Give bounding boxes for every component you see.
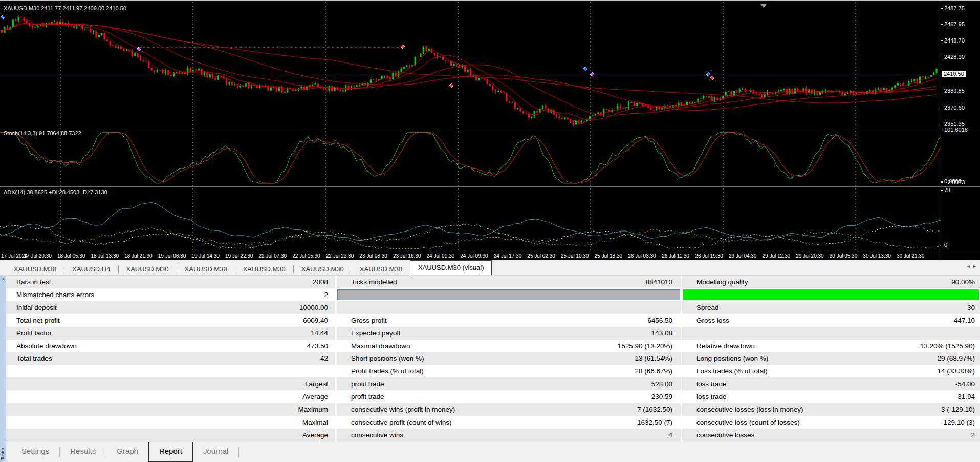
report-value: Maximum [298, 406, 328, 413]
report-row: Mismatched charts errors2 [6, 288, 980, 301]
price-axis-label: 2487.75 [944, 5, 965, 11]
report-value: Largest [305, 380, 328, 388]
time-axis-label: 26 Jul 11:30 [662, 253, 689, 259]
report-value: -31.94 [955, 393, 975, 401]
chart-tab[interactable]: XAUUSD.M30 [352, 264, 410, 275]
report-value: Average [302, 393, 328, 401]
trade-marker-icon[interactable] [137, 47, 141, 51]
report-value: 6009.40 [303, 317, 328, 324]
report-value: 13 (61.54%) [635, 354, 672, 362]
report-row: Total net profit6009.40Gross profit6456.… [6, 314, 980, 327]
report-value: 14 (33.33%) [937, 367, 975, 375]
report-label: Gross loss [696, 317, 729, 324]
price-axis-label: 2448.70 [944, 37, 965, 44]
tester-tab-report[interactable]: Report [148, 442, 193, 462]
report-value: Average [302, 431, 328, 439]
report-label: Bars in test [16, 278, 51, 286]
scroll-to-end-icon[interactable] [760, 4, 767, 8]
chart-tab[interactable]: XAUUSD.M30 [235, 264, 293, 275]
report-row: Total trades42Short positions (won %)13 … [6, 352, 980, 365]
tester-panel-title: Tester [0, 448, 6, 460]
time-axis-label: 29 Jul 04:30 [729, 253, 757, 259]
stochastic-lines [0, 132, 941, 183]
trade-marker-icon[interactable] [1, 15, 5, 19]
time-axis-label: 25 Jul 18:30 [595, 253, 623, 259]
report-label: Relative drawdown [696, 342, 755, 350]
report-label: loss trade [696, 393, 727, 401]
indicator-tick [941, 130, 943, 130]
time-axis-label: 24 Jul 01:30 [427, 253, 455, 259]
panel-separator[interactable] [0, 186, 980, 187]
report-label: Expected payoff [351, 329, 401, 337]
tab-scroll-buttons[interactable]: ◄► [966, 264, 978, 269]
trade-marker-icon[interactable] [401, 45, 405, 49]
report-row: Averageconsecutive wins4consecutive loss… [6, 429, 980, 442]
current-price-label: 2410.50 [942, 71, 966, 77]
report-label: consecutive wins [351, 431, 403, 439]
report-row: Largestprofit trade528.00loss trade-54.0… [6, 377, 980, 390]
report-value: 28 (66.67%) [635, 367, 672, 375]
chart-tab[interactable]: XAUUSD.M30 [177, 264, 235, 275]
trade-marker-icon[interactable] [706, 72, 710, 76]
adx-indicator-label: ADX(14) 38.8625 +DI:28.4503 -DI:7.3130 [4, 189, 107, 195]
tab-scroll-left-icon[interactable]: ◄ [966, 264, 972, 269]
report-value: 13.20% (1525.90) [920, 342, 975, 350]
trade-marker-icon[interactable] [590, 72, 594, 76]
report-label: Spread [696, 304, 719, 311]
time-axis-label: 23 Jul 08:30 [359, 253, 387, 259]
report-value: 2 [324, 291, 328, 299]
report-label: Initial deposit [16, 304, 57, 311]
tester-tab-results[interactable]: Results [60, 442, 106, 462]
time-axis-label: 26 Jul 19:30 [695, 253, 723, 259]
price-axis-label: 2370.60 [944, 104, 965, 111]
report-label: Maximal drawdown [351, 342, 410, 350]
close-icon[interactable]: x [1, 276, 6, 281]
price-axis-label: 2428.90 [944, 54, 965, 60]
chart-tab-active[interactable]: XAUUSD.M30 (visual) [410, 260, 492, 275]
report-value: -447.10 [951, 317, 975, 324]
report-value: 10000.00 [299, 304, 328, 311]
report-label: Long positions (won %) [696, 354, 768, 362]
trade-marker-icon[interactable] [710, 76, 714, 80]
report-row: Maximalconsecutive profit (count of wins… [6, 416, 980, 429]
indicator-axis-label: 78 [944, 187, 950, 193]
price-axis-label: 2467.95 [944, 21, 965, 27]
indicator-axis-label: 101.6016 [944, 127, 968, 133]
time-axis-label: 22 Jul 15:30 [292, 253, 320, 259]
report-value: 14.44 [311, 329, 328, 337]
trade-marker-icon[interactable] [583, 67, 587, 71]
report-row: Averageprofit trade230.59loss trade-31.9… [6, 390, 980, 403]
time-axis-label: 24 Jul 17:30 [494, 253, 522, 259]
time-axis-label: 26 Jul 03:30 [628, 253, 656, 259]
modelling-progress-bar-gray [337, 289, 680, 300]
price-tick [941, 24, 943, 25]
chart-tab[interactable]: XAUUSD.M30 [6, 264, 64, 275]
time-axis-label: 30 Jul 05:30 [830, 253, 858, 259]
report-row: Bars in test2008Ticks modelled8841010Mod… [6, 276, 980, 288]
report-label: Profit factor [16, 329, 52, 337]
time-axis-label: 25 Jul 02:30 [527, 253, 555, 259]
chart-canvas[interactable] [0, 2, 941, 261]
tester-tab-graph[interactable]: Graph [106, 442, 148, 462]
tester-tab-settings[interactable]: Settings [11, 442, 59, 462]
report-value: 6456.50 [647, 317, 672, 324]
indicator-axis-label: -2.8073 [946, 179, 965, 185]
time-axis-label: 19 Jul 06:30 [158, 253, 186, 259]
tab-scroll-right-icon[interactable]: ► [972, 264, 978, 269]
report-row: Absolute drawdown473.50Maximal drawdown1… [6, 340, 980, 352]
report-value: -54.00 [955, 380, 975, 388]
report-value: 8841010 [645, 278, 672, 286]
trade-marker-icon[interactable] [449, 83, 453, 88]
time-axis-label: 25 Jul 10:30 [561, 253, 589, 259]
chart-tab[interactable]: XAUUSD.M30 [294, 264, 352, 275]
chart-tab[interactable]: XAUUSD.M30 [119, 264, 177, 275]
report-label: profit trade [351, 393, 384, 401]
time-axis-label: 22 Jul 07:30 [259, 253, 287, 259]
time-axis-label: 29 Jul 20:30 [796, 253, 824, 259]
price-tick [941, 40, 943, 41]
indicator-tick [941, 181, 943, 182]
tester-tab-journal[interactable]: Journal [193, 442, 238, 462]
panel-separator[interactable] [0, 128, 980, 128]
chart-tab[interactable]: XAUUSD.H4 [64, 264, 118, 275]
report-label: Total net profit [16, 317, 60, 324]
